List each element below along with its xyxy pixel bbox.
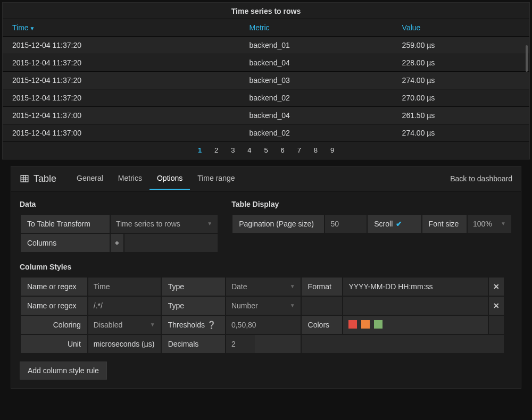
columns-label: Columns: [21, 234, 110, 252]
back-to-dashboard-link[interactable]: Back to dashboard: [450, 174, 512, 183]
pagination: 1 2 3 4 5 6 7 8 9: [3, 142, 529, 157]
transform-value: Time series to rows: [116, 215, 180, 233]
cell-metric: backend_01: [240, 37, 393, 54]
panel-type[interactable]: Table: [20, 173, 56, 184]
table-row: 2015-12-04 11:37:20 backend_01 259.00 µs: [3, 37, 529, 54]
panel-type-label: Table: [34, 173, 56, 184]
column-header-metric[interactable]: Metric: [240, 19, 393, 37]
color-swatch[interactable]: [361, 320, 370, 329]
cell-time: 2015-12-04 11:37:00: [3, 107, 240, 124]
cell-metric: backend_04: [240, 107, 393, 124]
spacer: [343, 297, 488, 315]
column-header-metric-label: Metric: [250, 23, 270, 32]
page-link[interactable]: 7: [292, 145, 306, 155]
decimals-input[interactable]: 2: [226, 335, 255, 353]
table-display-title: Table Display: [231, 200, 512, 208]
data-table: Time▼ Metric Value 2015-12-04 11:37:20 b…: [3, 19, 529, 142]
page-link[interactable]: 6: [276, 145, 290, 155]
column-header-value[interactable]: Value: [393, 19, 529, 37]
type-select[interactable]: Date▼: [226, 278, 301, 296]
page-link[interactable]: 4: [242, 145, 256, 155]
page-link[interactable]: 5: [259, 145, 273, 155]
editor-tabs: General Metrics Options Time range: [69, 167, 450, 190]
name-label: Name or regex: [21, 297, 87, 315]
table-row: 2015-12-04 11:37:20 backend_02 270.00 µs: [3, 89, 529, 107]
column-header-value-label: Value: [402, 23, 421, 32]
color-swatch[interactable]: [348, 320, 357, 329]
display-form: Pagination (Page size) 50 Scroll ✔: [231, 214, 512, 234]
help-icon[interactable]: ❔: [207, 321, 216, 329]
chevron-down-icon: ▼: [290, 278, 295, 296]
spacer: [302, 297, 343, 315]
tab-time-range[interactable]: Time range: [190, 167, 242, 190]
font-size-select[interactable]: 100% ▼: [468, 215, 511, 233]
format-input[interactable]: YYYY-MM-DD HH:mm:ss: [343, 278, 488, 296]
spacer: [302, 335, 504, 353]
svg-rect-0: [21, 175, 28, 182]
transform-label: To Table Transform: [21, 215, 110, 233]
cell-metric: backend_02: [240, 124, 393, 142]
page-link[interactable]: 3: [226, 145, 240, 155]
tab-options[interactable]: Options: [149, 167, 190, 190]
cell-value: 261.50 µs: [393, 107, 529, 124]
data-section: Data To Table Transform Time series to r…: [20, 200, 219, 253]
tab-metrics[interactable]: Metrics: [111, 167, 149, 190]
cell-metric: backend_02: [240, 89, 393, 107]
add-column-style-rule-button[interactable]: Add column style rule: [20, 362, 107, 380]
chevron-down-icon: ▼: [207, 215, 212, 233]
cell-time: 2015-12-04 11:37:20: [3, 37, 240, 54]
name-label: Name or regex: [21, 278, 87, 296]
cell-metric: backend_03: [240, 72, 393, 89]
data-form: To Table Transform Time series to rows ▼…: [20, 214, 219, 253]
cell-time: 2015-12-04 11:37:20: [3, 89, 240, 107]
thresholds-input[interactable]: 0,50,80: [226, 316, 301, 334]
pagination-value: 50: [330, 215, 339, 233]
column-styles-title: Column Styles: [20, 263, 512, 271]
page-link[interactable]: 8: [309, 145, 323, 155]
editor-header: Table General Metrics Options Time range…: [11, 166, 521, 191]
add-column-button[interactable]: +: [111, 234, 123, 252]
cell-time: 2015-12-04 11:37:20: [3, 54, 240, 72]
color-swatch[interactable]: [374, 320, 383, 329]
type-label: Type: [162, 297, 225, 315]
panel-title: Time series to rows: [3, 3, 529, 19]
type-label: Type: [162, 278, 225, 296]
column-header-time[interactable]: Time▼: [3, 19, 240, 37]
sort-caret-icon: ▼: [30, 26, 35, 31]
table-icon: [20, 174, 29, 183]
page-link[interactable]: 1: [193, 145, 207, 155]
remove-rule-button[interactable]: ✕: [489, 278, 504, 296]
table-row: 2015-12-04 11:37:00 backend_04 261.50 µs: [3, 107, 529, 124]
page-link[interactable]: 2: [209, 145, 223, 155]
color-swatches: [343, 316, 488, 334]
name-input[interactable]: /.*/: [88, 297, 161, 315]
page-link[interactable]: 9: [325, 145, 339, 155]
unit-input[interactable]: microseconds (µs): [88, 335, 161, 353]
coloring-select[interactable]: Disabled▼: [88, 316, 161, 334]
remove-rule-button[interactable]: ✕: [489, 297, 504, 315]
colors-label: Colors: [302, 316, 343, 334]
type-select[interactable]: Number▼: [226, 297, 301, 315]
coloring-label: Coloring: [21, 316, 87, 334]
tab-general[interactable]: General: [69, 167, 111, 190]
cell-value: 259.00 µs: [393, 37, 529, 54]
chevron-down-icon: ▼: [501, 215, 506, 233]
columns-value[interactable]: [124, 234, 218, 252]
scrollbar-thumb[interactable]: [526, 45, 528, 72]
scroll-toggle[interactable]: Scroll ✔: [368, 215, 421, 233]
column-header-time-label: Time: [12, 23, 29, 32]
data-section-title: Data: [20, 200, 219, 208]
pagination-label: Pagination (Page size): [232, 215, 324, 233]
chevron-down-icon: ▼: [150, 316, 155, 334]
cell-time: 2015-12-04 11:37:20: [3, 72, 240, 89]
cell-value: 228.00 µs: [393, 54, 529, 72]
transform-select[interactable]: Time series to rows ▼: [111, 215, 218, 233]
font-size-value: 100%: [473, 215, 492, 233]
cell-value: 274.00 µs: [393, 124, 529, 142]
pagination-input[interactable]: 50: [325, 215, 367, 233]
table-panel: Time series to rows Time▼ Metric Value 2…: [2, 2, 530, 159]
unit-label: Unit: [21, 335, 87, 353]
thresholds-label: Thresholds ❔: [162, 316, 225, 334]
scroll-label: Scroll: [374, 220, 393, 228]
name-input[interactable]: Time: [88, 278, 161, 296]
